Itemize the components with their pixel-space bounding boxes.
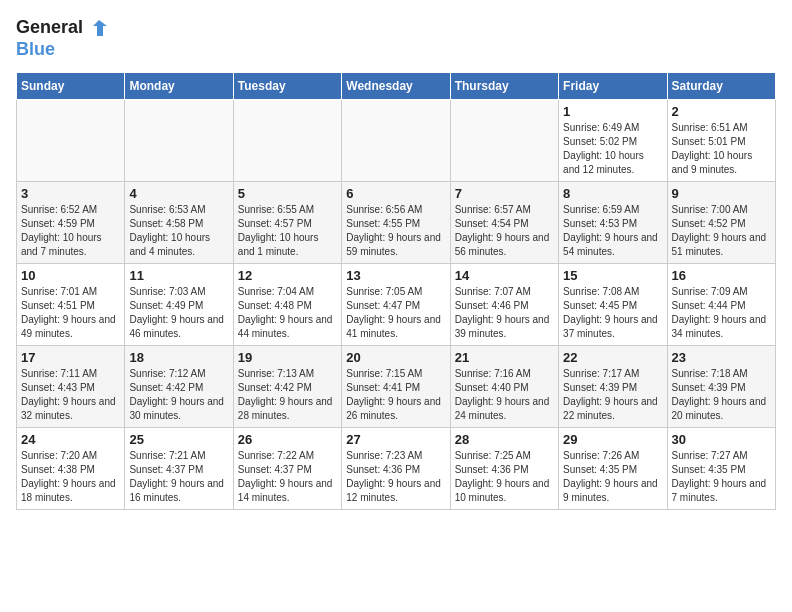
calendar-week-5: 24Sunrise: 7:20 AM Sunset: 4:38 PM Dayli…	[17, 427, 776, 509]
calendar-week-1: 1Sunrise: 6:49 AM Sunset: 5:02 PM Daylig…	[17, 99, 776, 181]
svg-marker-0	[93, 20, 107, 36]
calendar-cell: 18Sunrise: 7:12 AM Sunset: 4:42 PM Dayli…	[125, 345, 233, 427]
day-number: 6	[346, 186, 445, 201]
day-info: Sunrise: 7:01 AM Sunset: 4:51 PM Dayligh…	[21, 285, 120, 341]
calendar-cell: 7Sunrise: 6:57 AM Sunset: 4:54 PM Daylig…	[450, 181, 558, 263]
day-number: 26	[238, 432, 337, 447]
calendar-cell: 2Sunrise: 6:51 AM Sunset: 5:01 PM Daylig…	[667, 99, 775, 181]
day-info: Sunrise: 7:16 AM Sunset: 4:40 PM Dayligh…	[455, 367, 554, 423]
day-info: Sunrise: 6:56 AM Sunset: 4:55 PM Dayligh…	[346, 203, 445, 259]
day-number: 4	[129, 186, 228, 201]
page-header: General Blue	[16, 16, 776, 60]
logo-bird-icon	[85, 16, 109, 40]
day-number: 30	[672, 432, 771, 447]
day-number: 20	[346, 350, 445, 365]
day-info: Sunrise: 7:26 AM Sunset: 4:35 PM Dayligh…	[563, 449, 662, 505]
day-info: Sunrise: 7:21 AM Sunset: 4:37 PM Dayligh…	[129, 449, 228, 505]
calendar-cell: 22Sunrise: 7:17 AM Sunset: 4:39 PM Dayli…	[559, 345, 667, 427]
day-number: 12	[238, 268, 337, 283]
calendar-cell: 14Sunrise: 7:07 AM Sunset: 4:46 PM Dayli…	[450, 263, 558, 345]
calendar-cell	[17, 99, 125, 181]
calendar-cell: 15Sunrise: 7:08 AM Sunset: 4:45 PM Dayli…	[559, 263, 667, 345]
day-info: Sunrise: 7:15 AM Sunset: 4:41 PM Dayligh…	[346, 367, 445, 423]
day-info: Sunrise: 6:59 AM Sunset: 4:53 PM Dayligh…	[563, 203, 662, 259]
day-number: 19	[238, 350, 337, 365]
day-number: 11	[129, 268, 228, 283]
day-number: 27	[346, 432, 445, 447]
calendar-cell	[450, 99, 558, 181]
calendar-cell: 27Sunrise: 7:23 AM Sunset: 4:36 PM Dayli…	[342, 427, 450, 509]
weekday-header-friday: Friday	[559, 72, 667, 99]
day-info: Sunrise: 7:09 AM Sunset: 4:44 PM Dayligh…	[672, 285, 771, 341]
day-info: Sunrise: 7:23 AM Sunset: 4:36 PM Dayligh…	[346, 449, 445, 505]
day-info: Sunrise: 7:04 AM Sunset: 4:48 PM Dayligh…	[238, 285, 337, 341]
calendar-cell	[342, 99, 450, 181]
day-info: Sunrise: 7:08 AM Sunset: 4:45 PM Dayligh…	[563, 285, 662, 341]
calendar-cell	[125, 99, 233, 181]
calendar-cell: 4Sunrise: 6:53 AM Sunset: 4:58 PM Daylig…	[125, 181, 233, 263]
calendar-cell: 28Sunrise: 7:25 AM Sunset: 4:36 PM Dayli…	[450, 427, 558, 509]
calendar-cell: 19Sunrise: 7:13 AM Sunset: 4:42 PM Dayli…	[233, 345, 341, 427]
day-number: 3	[21, 186, 120, 201]
day-number: 24	[21, 432, 120, 447]
logo: General Blue	[16, 16, 109, 60]
calendar-cell: 20Sunrise: 7:15 AM Sunset: 4:41 PM Dayli…	[342, 345, 450, 427]
weekday-header-row: SundayMondayTuesdayWednesdayThursdayFrid…	[17, 72, 776, 99]
day-number: 15	[563, 268, 662, 283]
calendar-cell: 16Sunrise: 7:09 AM Sunset: 4:44 PM Dayli…	[667, 263, 775, 345]
day-info: Sunrise: 7:27 AM Sunset: 4:35 PM Dayligh…	[672, 449, 771, 505]
day-info: Sunrise: 6:49 AM Sunset: 5:02 PM Dayligh…	[563, 121, 662, 177]
day-info: Sunrise: 6:53 AM Sunset: 4:58 PM Dayligh…	[129, 203, 228, 259]
weekday-header-monday: Monday	[125, 72, 233, 99]
day-number: 23	[672, 350, 771, 365]
calendar-cell: 30Sunrise: 7:27 AM Sunset: 4:35 PM Dayli…	[667, 427, 775, 509]
calendar-cell: 11Sunrise: 7:03 AM Sunset: 4:49 PM Dayli…	[125, 263, 233, 345]
day-info: Sunrise: 7:00 AM Sunset: 4:52 PM Dayligh…	[672, 203, 771, 259]
calendar-cell: 1Sunrise: 6:49 AM Sunset: 5:02 PM Daylig…	[559, 99, 667, 181]
day-info: Sunrise: 7:25 AM Sunset: 4:36 PM Dayligh…	[455, 449, 554, 505]
calendar-cell: 5Sunrise: 6:55 AM Sunset: 4:57 PM Daylig…	[233, 181, 341, 263]
calendar-cell: 13Sunrise: 7:05 AM Sunset: 4:47 PM Dayli…	[342, 263, 450, 345]
logo-text-blue: Blue	[16, 40, 55, 60]
weekday-header-wednesday: Wednesday	[342, 72, 450, 99]
day-info: Sunrise: 6:52 AM Sunset: 4:59 PM Dayligh…	[21, 203, 120, 259]
day-number: 9	[672, 186, 771, 201]
calendar-cell: 10Sunrise: 7:01 AM Sunset: 4:51 PM Dayli…	[17, 263, 125, 345]
day-info: Sunrise: 6:55 AM Sunset: 4:57 PM Dayligh…	[238, 203, 337, 259]
weekday-header-thursday: Thursday	[450, 72, 558, 99]
day-number: 17	[21, 350, 120, 365]
day-info: Sunrise: 6:51 AM Sunset: 5:01 PM Dayligh…	[672, 121, 771, 177]
logo-text-general: General	[16, 18, 83, 38]
day-number: 16	[672, 268, 771, 283]
calendar-body: 1Sunrise: 6:49 AM Sunset: 5:02 PM Daylig…	[17, 99, 776, 509]
day-number: 7	[455, 186, 554, 201]
calendar-cell: 12Sunrise: 7:04 AM Sunset: 4:48 PM Dayli…	[233, 263, 341, 345]
calendar-cell: 24Sunrise: 7:20 AM Sunset: 4:38 PM Dayli…	[17, 427, 125, 509]
calendar-table: SundayMondayTuesdayWednesdayThursdayFrid…	[16, 72, 776, 510]
day-number: 21	[455, 350, 554, 365]
day-number: 1	[563, 104, 662, 119]
calendar-cell: 25Sunrise: 7:21 AM Sunset: 4:37 PM Dayli…	[125, 427, 233, 509]
calendar-cell: 26Sunrise: 7:22 AM Sunset: 4:37 PM Dayli…	[233, 427, 341, 509]
day-number: 14	[455, 268, 554, 283]
calendar-cell	[233, 99, 341, 181]
day-info: Sunrise: 7:11 AM Sunset: 4:43 PM Dayligh…	[21, 367, 120, 423]
day-number: 8	[563, 186, 662, 201]
weekday-header-sunday: Sunday	[17, 72, 125, 99]
calendar-week-3: 10Sunrise: 7:01 AM Sunset: 4:51 PM Dayli…	[17, 263, 776, 345]
calendar-cell: 6Sunrise: 6:56 AM Sunset: 4:55 PM Daylig…	[342, 181, 450, 263]
weekday-header-saturday: Saturday	[667, 72, 775, 99]
calendar-cell: 17Sunrise: 7:11 AM Sunset: 4:43 PM Dayli…	[17, 345, 125, 427]
day-number: 29	[563, 432, 662, 447]
calendar-cell: 8Sunrise: 6:59 AM Sunset: 4:53 PM Daylig…	[559, 181, 667, 263]
calendar-cell: 23Sunrise: 7:18 AM Sunset: 4:39 PM Dayli…	[667, 345, 775, 427]
weekday-header-tuesday: Tuesday	[233, 72, 341, 99]
calendar-week-4: 17Sunrise: 7:11 AM Sunset: 4:43 PM Dayli…	[17, 345, 776, 427]
day-number: 10	[21, 268, 120, 283]
day-info: Sunrise: 7:07 AM Sunset: 4:46 PM Dayligh…	[455, 285, 554, 341]
day-number: 25	[129, 432, 228, 447]
day-number: 13	[346, 268, 445, 283]
day-info: Sunrise: 7:20 AM Sunset: 4:38 PM Dayligh…	[21, 449, 120, 505]
calendar-week-2: 3Sunrise: 6:52 AM Sunset: 4:59 PM Daylig…	[17, 181, 776, 263]
day-info: Sunrise: 7:22 AM Sunset: 4:37 PM Dayligh…	[238, 449, 337, 505]
